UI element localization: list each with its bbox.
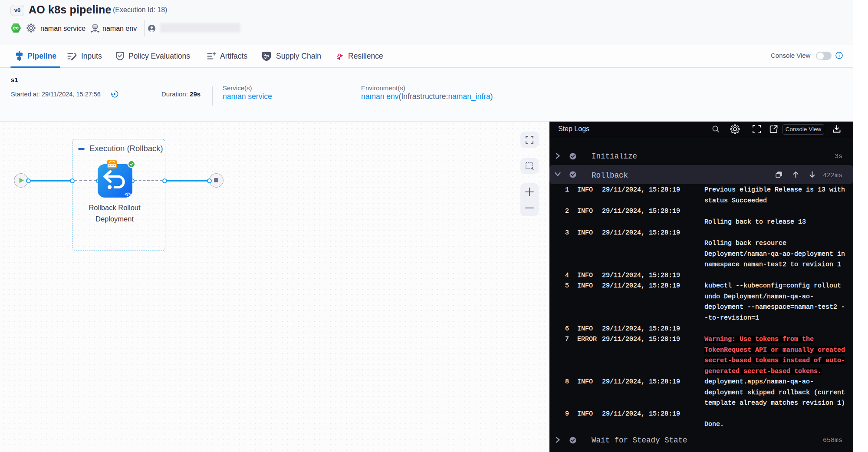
svg-text:</>: </> <box>125 192 131 197</box>
